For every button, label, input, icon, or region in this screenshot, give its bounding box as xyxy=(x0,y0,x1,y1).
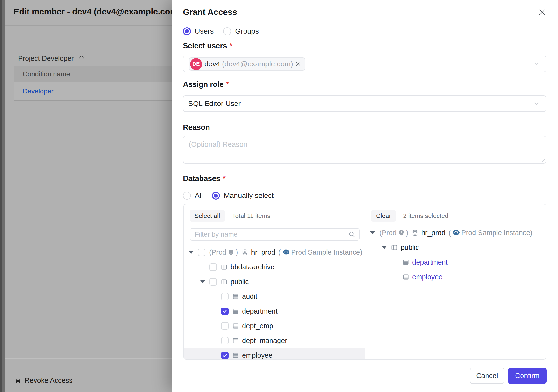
cancel-button[interactable]: Cancel xyxy=(470,368,505,384)
select-all-button[interactable]: Select all xyxy=(190,210,225,222)
tree-row[interactable]: employee xyxy=(366,270,546,284)
checkbox[interactable] xyxy=(209,263,217,271)
tree-row[interactable]: department xyxy=(184,304,365,319)
conditions-table: Condition name Developer xyxy=(14,66,172,101)
postgresql-icon xyxy=(453,229,460,236)
table-header-condition-name: Condition name xyxy=(14,66,172,82)
grant-access-modal: Grant Access Users Groups Select users* … xyxy=(172,0,558,392)
reason-textarea[interactable]: (Optional) Reason xyxy=(183,136,546,164)
revoke-access-button[interactable]: Revoke Access xyxy=(15,376,72,384)
tree-row[interactable]: public xyxy=(366,240,546,255)
radio-all-label: All xyxy=(195,192,203,200)
schema-icon xyxy=(221,279,227,285)
assign-role-select[interactable]: SQL Editor User xyxy=(183,95,546,112)
selected-items-label: 2 items selected xyxy=(403,212,448,220)
filter-placeholder: Filter by name xyxy=(195,231,349,238)
caret-down-icon[interactable] xyxy=(382,246,387,249)
schema-icon xyxy=(391,244,398,251)
schema-icon xyxy=(221,264,227,270)
radio-all-databases[interactable] xyxy=(183,192,191,200)
caret-down-icon[interactable] xyxy=(370,232,375,234)
tree-row[interactable]: (Prod ) hr_prod ( Prod Sample Ins xyxy=(366,226,546,240)
modal-title: Grant Access xyxy=(183,7,237,17)
table-icon xyxy=(232,323,239,329)
chip-remove-icon[interactable] xyxy=(296,61,301,67)
node-name: employee xyxy=(242,351,272,359)
radio-users-label: Users xyxy=(195,27,214,35)
chevron-down-icon xyxy=(533,100,540,107)
table-icon xyxy=(232,352,239,359)
required-asterisk: * xyxy=(223,174,226,183)
assign-role-value: SQL Editor User xyxy=(188,99,241,108)
checkbox[interactable] xyxy=(221,293,228,300)
tree-row[interactable]: audit xyxy=(184,289,365,304)
databases-label: Databases* xyxy=(183,174,226,183)
required-asterisk: * xyxy=(229,42,232,50)
select-users-input[interactable]: DE dev4 (dev4@example.com) xyxy=(183,56,546,72)
filter-input[interactable]: Filter by name xyxy=(190,228,360,241)
transfer-source-panel: Select all Total 11 items Filter by name… xyxy=(184,204,366,359)
checkbox[interactable] xyxy=(221,352,228,359)
radio-manually-select[interactable] xyxy=(212,192,220,200)
total-items-label: Total 11 items xyxy=(232,212,270,220)
resize-handle[interactable] xyxy=(541,158,545,162)
node-name: department xyxy=(242,307,278,315)
radio-manually-select-label: Manually select xyxy=(224,192,274,200)
table-row[interactable]: Developer xyxy=(14,82,172,100)
confirm-button[interactable]: Confirm xyxy=(508,368,547,384)
tree-row[interactable]: (Prod ) hr_prod ( Prod Sample Ins xyxy=(184,245,365,260)
tree-row[interactable]: department xyxy=(366,255,546,270)
node-name: dept_manager xyxy=(242,337,287,345)
reason-placeholder: (Optional) Reason xyxy=(189,140,247,148)
source-tree: (Prod ) hr_prod ( Prod Sample Ins xyxy=(184,245,365,359)
clear-button[interactable]: Clear xyxy=(371,210,396,222)
background-edge-strip-inner xyxy=(2,0,5,392)
radio-groups[interactable] xyxy=(223,27,231,35)
caret-down-icon[interactable] xyxy=(189,251,193,254)
checkbox[interactable] xyxy=(221,337,228,344)
user-chip-name: dev4 xyxy=(204,60,220,68)
tree-row[interactable]: dept_emp xyxy=(184,319,365,333)
assign-role-label: Assign role* xyxy=(183,80,229,89)
database-icon xyxy=(242,249,248,256)
node-name: audit xyxy=(242,293,257,301)
checkbox[interactable] xyxy=(221,322,228,330)
tree-row[interactable]: employee xyxy=(184,348,365,359)
select-users-label: Select users* xyxy=(183,42,232,50)
node-name: employee xyxy=(412,273,443,281)
instance-badge: ( Prod Sample Instance) xyxy=(279,248,363,256)
node-name: dept_emp xyxy=(242,322,273,330)
tree-row[interactable]: public xyxy=(184,274,365,289)
database-icon xyxy=(412,230,418,236)
tree-row[interactable]: bbdataarchive xyxy=(184,260,365,274)
environment-badge: (Prod ) xyxy=(379,229,408,237)
shield-icon xyxy=(228,249,234,256)
chevron-down-icon[interactable] xyxy=(533,60,540,68)
trash-icon[interactable] xyxy=(78,55,85,62)
condition-link[interactable]: Developer xyxy=(23,87,53,95)
caret-down-icon[interactable] xyxy=(200,280,205,283)
instance-badge: ( Prod Sample Instance) xyxy=(449,229,533,237)
user-chip-email: (dev4@example.com) xyxy=(222,60,293,68)
page-footer-divider xyxy=(5,358,172,359)
database-transfer: Select all Total 11 items Filter by name… xyxy=(183,204,546,360)
checkbox[interactable] xyxy=(221,307,228,315)
tree-row[interactable]: dept_manager xyxy=(184,333,365,348)
table-icon xyxy=(232,308,239,314)
postgresql-icon xyxy=(282,249,289,256)
node-name: public xyxy=(401,244,419,252)
screen: Edit member - dev4 (dev4@example.com) Pr… xyxy=(0,0,558,392)
trash-icon xyxy=(15,377,21,384)
node-name: hr_prod xyxy=(251,248,275,256)
close-icon[interactable] xyxy=(538,8,546,17)
checkbox[interactable] xyxy=(198,249,205,256)
radio-users[interactable] xyxy=(183,27,191,35)
required-asterisk: * xyxy=(226,80,229,89)
avatar: DE xyxy=(190,58,202,70)
search-icon xyxy=(349,231,355,238)
radio-groups-label: Groups xyxy=(235,27,259,35)
user-chip: DE dev4 (dev4@example.com) xyxy=(189,57,305,71)
table-icon xyxy=(232,338,239,344)
table-icon xyxy=(402,274,409,280)
checkbox[interactable] xyxy=(209,278,217,286)
